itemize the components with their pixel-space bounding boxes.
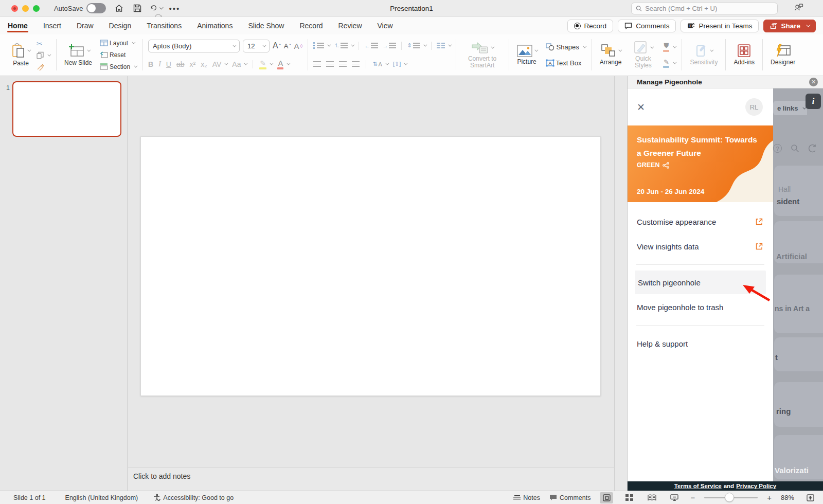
menu-item-switch-pigeonhole[interactable]: Switch pigeonhole bbox=[635, 271, 766, 294]
text-direction-button[interactable]: ⇅A bbox=[372, 61, 388, 67]
reset-button[interactable]: Reset bbox=[99, 51, 137, 59]
zoom-level[interactable]: 88% bbox=[781, 494, 794, 501]
undo-chevron-icon[interactable] bbox=[159, 6, 164, 10]
strikethrough-button[interactable]: ab bbox=[176, 60, 185, 68]
font-name-select[interactable]: Aptos (Body) bbox=[148, 40, 240, 52]
notes-toggle-button[interactable]: Notes bbox=[513, 494, 540, 501]
change-case-button[interactable]: Aa bbox=[232, 60, 246, 68]
slide[interactable] bbox=[140, 136, 601, 396]
picture-button[interactable]: Picture bbox=[514, 44, 540, 66]
section-button[interactable]: Section bbox=[99, 63, 137, 71]
picture-icon bbox=[517, 45, 532, 57]
zoom-slider-handle[interactable] bbox=[725, 493, 734, 502]
tab-animations[interactable]: Animations bbox=[196, 19, 233, 33]
align-center-button[interactable] bbox=[326, 61, 334, 67]
session-card-fragment: ns in Art a bbox=[774, 275, 823, 333]
tab-review[interactable]: Review bbox=[338, 19, 363, 33]
record-button[interactable]: Record bbox=[567, 20, 614, 32]
zoom-out-button[interactable]: − bbox=[690, 493, 695, 502]
language-selector[interactable]: English (United Kingdom) bbox=[65, 494, 138, 501]
accessibility-status[interactable]: Accessibility: Good to go bbox=[153, 494, 234, 501]
fit-slide-to-window-button[interactable] bbox=[803, 492, 817, 503]
shapes-button[interactable]: Shapes bbox=[545, 43, 586, 51]
columns-button[interactable] bbox=[437, 43, 451, 48]
tab-record[interactable]: Record bbox=[299, 19, 323, 33]
bold-button[interactable]: B bbox=[148, 60, 153, 68]
normal-view-button[interactable] bbox=[600, 492, 613, 503]
shrink-font-button[interactable]: Aˇ bbox=[284, 42, 291, 50]
tab-insert[interactable]: Insert bbox=[43, 19, 62, 33]
zoom-slider[interactable] bbox=[704, 497, 758, 498]
feedback-icon[interactable] bbox=[794, 3, 803, 13]
terms-of-service-link[interactable]: Terms of Service bbox=[674, 483, 722, 489]
align-left-button[interactable] bbox=[313, 61, 321, 67]
arrange-button[interactable]: Arrange bbox=[597, 43, 624, 67]
cut-button[interactable]: ✂ bbox=[35, 39, 51, 48]
tab-draw[interactable]: Draw bbox=[76, 19, 94, 33]
decrease-indent-button[interactable]: ← bbox=[364, 43, 378, 49]
comments-button[interactable]: Comments bbox=[618, 20, 676, 32]
menu-item-customise-appearance[interactable]: Customise appearance bbox=[628, 209, 773, 234]
slide-thumbnail[interactable] bbox=[12, 81, 121, 137]
modal-close-icon[interactable]: ✕ bbox=[637, 101, 645, 113]
search-input[interactable] bbox=[645, 5, 773, 12]
italic-button[interactable]: I bbox=[158, 60, 161, 68]
new-slide-button[interactable]: New Slide bbox=[62, 43, 95, 67]
underline-button[interactable]: U bbox=[166, 60, 171, 68]
comment-icon bbox=[549, 494, 557, 501]
privacy-policy-link[interactable]: Privacy Policy bbox=[736, 483, 776, 489]
layout-button[interactable]: Layout bbox=[99, 39, 137, 47]
format-painter-button[interactable] bbox=[35, 63, 51, 71]
share-event-icon[interactable] bbox=[663, 162, 669, 169]
subscript-button[interactable]: x₂ bbox=[201, 60, 207, 68]
font-color-button[interactable]: A bbox=[277, 59, 289, 69]
minimize-window-button[interactable] bbox=[22, 5, 29, 12]
task-pane-close-icon[interactable]: ✕ bbox=[809, 78, 818, 86]
zoom-window-button[interactable] bbox=[33, 5, 40, 12]
slideshow-view-button[interactable] bbox=[668, 492, 681, 503]
menu-item-move-pigeonhole-to-trash[interactable]: Move pigeonhole to trash bbox=[628, 295, 773, 319]
highlight-color-button[interactable]: ✎ bbox=[259, 59, 272, 69]
menu-item-view-insights-data[interactable]: View insights data bbox=[628, 234, 773, 259]
add-ins-button[interactable]: Add-ins bbox=[731, 43, 757, 67]
grow-font-button[interactable]: Aˆ bbox=[273, 41, 281, 50]
present-in-teams-button[interactable]: T Present in Teams bbox=[681, 20, 759, 32]
tab-home[interactable]: Home bbox=[7, 19, 28, 33]
highlighter-icon: ✎ bbox=[260, 59, 266, 67]
designer-button[interactable]: Designer bbox=[768, 43, 798, 67]
font-size-select[interactable]: 12 bbox=[243, 40, 270, 52]
autosave-toggle[interactable] bbox=[86, 3, 106, 13]
home-icon[interactable] bbox=[113, 3, 124, 14]
close-window-button[interactable] bbox=[11, 5, 18, 12]
zoom-in-button[interactable]: + bbox=[767, 493, 772, 502]
text-box-button[interactable]: A Text Box bbox=[545, 59, 586, 67]
clear-formatting-button[interactable]: A◊ bbox=[294, 42, 302, 50]
tab-design[interactable]: Design bbox=[109, 19, 132, 33]
paste-icon bbox=[12, 43, 25, 59]
avatar[interactable]: RL bbox=[745, 98, 763, 116]
paste-button[interactable]: Paste bbox=[9, 42, 32, 68]
character-spacing-button[interactable]: AV bbox=[212, 60, 227, 68]
save-icon[interactable] bbox=[132, 3, 143, 14]
bullets-button[interactable] bbox=[313, 42, 330, 49]
align-text-button[interactable]: [⇧] bbox=[393, 61, 406, 67]
tab-transitions[interactable]: Transitions bbox=[146, 19, 182, 33]
reading-view-button[interactable] bbox=[645, 492, 658, 503]
menu-item-help-support[interactable]: Help & support bbox=[628, 331, 773, 356]
tab-slide-show[interactable]: Slide Show bbox=[247, 19, 284, 33]
notes-pane[interactable]: Click to add notes bbox=[128, 467, 615, 491]
numbering-button[interactable]: ⒈ bbox=[334, 42, 353, 49]
line-spacing-button[interactable]: ⇕ bbox=[407, 42, 425, 49]
search-box[interactable] bbox=[631, 3, 778, 14]
superscript-button[interactable]: x² bbox=[190, 60, 196, 68]
share-button[interactable]: Share bbox=[763, 20, 816, 32]
increase-indent-button[interactable]: → bbox=[382, 43, 396, 49]
align-right-button[interactable] bbox=[339, 61, 347, 67]
justify-button[interactable] bbox=[352, 61, 360, 67]
slide-sorter-view-button[interactable] bbox=[622, 492, 636, 503]
copy-button[interactable] bbox=[35, 51, 51, 60]
comments-toggle-button[interactable]: Comments bbox=[549, 494, 591, 501]
more-commands-icon[interactable]: ••• bbox=[169, 4, 180, 13]
tab-view[interactable]: View bbox=[377, 19, 393, 33]
text-direction-chevron-icon bbox=[385, 62, 389, 65]
